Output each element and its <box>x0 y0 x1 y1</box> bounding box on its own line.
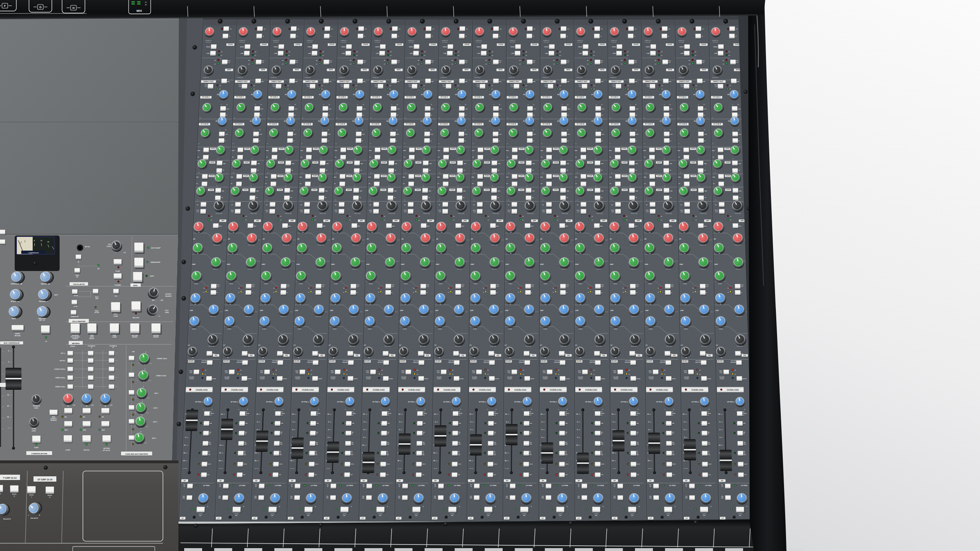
svg-text:AFL: AFL <box>132 351 135 353</box>
svg-text:BALANCE: BALANCE <box>31 518 38 519</box>
svg-text:CUES AND AUX MASTERS: CUES AND AUX MASTERS <box>125 453 148 455</box>
svg-text:dB: dB <box>30 248 32 250</box>
svg-text:MONO: MONO <box>29 494 33 496</box>
svg-text:INSERT: INSERT <box>15 333 20 335</box>
svg-text:AFL: AFL <box>102 416 104 418</box>
svg-text:PFL: PFL <box>115 295 117 297</box>
svg-text:dB: dB <box>141 399 143 400</box>
svg-text:CONTROL ROOM ▸: CONTROL ROOM ▸ <box>54 369 66 370</box>
svg-text:AFL ◂: AFL ◂ <box>152 300 155 301</box>
svg-text:35 ·: 35 · <box>145 2 147 3</box>
svg-text:TO BUSES: TO BUSES <box>114 284 121 286</box>
svg-text:SELECT: SELECT <box>89 338 94 340</box>
svg-text:ON: ON <box>98 268 100 270</box>
svg-text:12: 12 <box>40 240 42 242</box>
svg-text:TALKBACK: TALKBACK <box>33 405 40 407</box>
svg-text:SUBGRP SIP: SUBGRP SIP <box>71 316 78 318</box>
svg-text:▸+10: ▸+10 <box>91 404 94 406</box>
svg-text:MONO: MONO <box>0 493 1 495</box>
svg-text:EXT TB OUT: EXT TB OUT <box>103 450 110 451</box>
svg-text:∞: ∞ <box>135 412 136 413</box>
svg-text:RED LIGHT: RED LIGHT <box>133 317 139 319</box>
svg-text:G: G <box>39 6 42 9</box>
svg-text:MONO: MONO <box>47 495 52 496</box>
svg-text:▸ MIX: ▸ MIX <box>160 300 163 301</box>
svg-text:R: R <box>49 497 51 498</box>
svg-text:ST GRP 15-16: ST GRP 15-16 <box>38 478 53 481</box>
svg-text:SHIFT: SHIFT <box>150 276 154 277</box>
svg-text:STUDIO: STUDIO <box>70 346 76 347</box>
svg-text:∞: ∞ <box>81 404 82 406</box>
svg-text:LISTEN: LISTEN <box>31 428 36 430</box>
svg-text:∞: ∞ <box>138 362 139 364</box>
svg-text:L: L <box>28 515 29 516</box>
svg-text:STEREO CUE A ▸: STEREO CUE A ▸ <box>55 377 65 379</box>
svg-text:ACTIVE: ACTIVE <box>94 312 99 313</box>
svg-text:∞: ∞ <box>152 315 153 317</box>
svg-text:BALANCE: BALANCE <box>165 295 172 297</box>
svg-text:40: 40 <box>7 405 9 407</box>
svg-text:AFL: AFL <box>83 416 85 418</box>
svg-text:40 ·: 40 · <box>145 4 147 6</box>
svg-text:∞: ∞ <box>136 397 136 399</box>
svg-text:SOLO MASTER: SOLO MASTER <box>72 320 86 322</box>
svg-text:EXT IN: EXT IN <box>85 246 90 248</box>
svg-text:30: 30 <box>7 394 9 396</box>
svg-text:STEREO CUE B: STEREO CUE B <box>156 375 166 377</box>
svg-text:AUTO SLEEP: AUTO SLEEP <box>151 247 161 249</box>
svg-text:ATTACK - ms: ATTACK - ms <box>11 301 19 302</box>
svg-text:EXT 1 ▸: EXT 1 ▸ <box>61 353 65 354</box>
svg-text:JACK IN ▸: JACK IN ▸ <box>60 360 66 362</box>
svg-text:SOLO: SOLO <box>165 310 169 311</box>
svg-text:▸ 0: ▸ 0 <box>158 315 160 317</box>
svg-text:SOLO: SOLO <box>114 313 118 315</box>
svg-text:OSC: OSC <box>108 244 111 245</box>
svg-text:AUX 4: AUX 4 <box>152 438 156 439</box>
svg-text:R: R <box>14 495 15 497</box>
svg-text:∞: ∞ <box>115 252 116 253</box>
svg-text:SIDECHAIN: SIDECHAIN <box>38 318 46 320</box>
svg-text:THRESHOLD - dB: THRESHOLD - dB <box>11 283 22 285</box>
svg-text:▸+10: ▸+10 <box>145 426 148 427</box>
svg-text:16: 16 <box>47 241 49 243</box>
svg-text:LEVEL: LEVEL <box>32 430 36 432</box>
svg-text:▸+10: ▸+10 <box>144 442 147 444</box>
svg-text:RATIO: RATIO <box>12 318 16 320</box>
svg-text:T GRP 13-14: T GRP 13-14 <box>3 477 17 479</box>
svg-text:dB: dB <box>86 405 87 407</box>
svg-text:IN FRONT: IN FRONT <box>165 293 172 295</box>
svg-text:TALK: TALK <box>65 429 68 431</box>
svg-text:∞: ∞ <box>134 426 135 427</box>
svg-text:ON: ON <box>76 276 78 278</box>
svg-text:dB: dB <box>67 405 69 407</box>
svg-text:TO MIX: TO MIX <box>116 271 120 272</box>
svg-text:∞: ∞ <box>62 404 63 406</box>
svg-text:SLATE: SLATE <box>34 447 38 449</box>
svg-text:▸+10: ▸+10 <box>123 252 126 253</box>
svg-text:AFL: AFL <box>65 416 67 418</box>
svg-text:dB: dB <box>140 427 142 429</box>
svg-text:dB: dB <box>139 444 140 445</box>
svg-text:METERS: METERS <box>132 336 138 338</box>
svg-text:SWITCHED: SWITCHED <box>103 448 110 449</box>
svg-text:CLEAR: CLEAR <box>114 315 118 317</box>
svg-text:SF SIP: SF SIP <box>74 295 78 297</box>
svg-text:BALANCE: BALANCE <box>3 518 11 520</box>
svg-text:dB: dB <box>144 364 145 365</box>
svg-text:TALKBACK: TALKBACK <box>50 420 57 421</box>
svg-text:H: H <box>72 7 74 9</box>
svg-text:STEREO CUE B ▸: STEREO CUE B ▸ <box>55 386 65 388</box>
svg-text:dB: dB <box>105 405 106 407</box>
svg-text:∞: ∞ <box>133 442 134 444</box>
svg-text:50: 50 <box>7 416 9 418</box>
svg-text:▸+10: ▸+10 <box>109 404 112 406</box>
svg-text:▸+10: ▸+10 <box>146 412 149 413</box>
svg-text:AUTO: AUTO <box>54 294 58 296</box>
svg-text:COMPRESSION: COMPRESSION <box>28 252 39 254</box>
svg-text:STEREO CUE A: STEREO CUE A <box>157 358 167 360</box>
svg-text:LEVEL: LEVEL <box>165 312 169 313</box>
svg-text:MIX: MIX <box>136 9 142 13</box>
svg-text:LINK: LINK <box>96 298 99 300</box>
svg-text:WAKE/SLEEP: WAKE/SLEEP <box>151 262 160 263</box>
svg-text:∞: ∞ <box>100 404 100 406</box>
